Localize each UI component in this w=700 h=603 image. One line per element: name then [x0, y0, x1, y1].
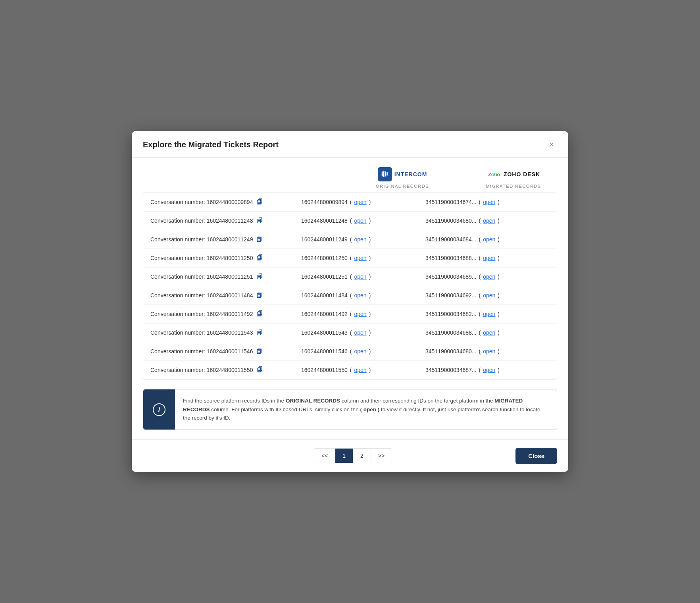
copy-icon[interactable]: 🗐: [257, 348, 263, 355]
original-open-link[interactable]: open: [354, 274, 366, 280]
migrated-open-link[interactable]: open: [483, 255, 495, 261]
table-row: Conversation number: 160244800011546 🗐 1…: [143, 342, 557, 361]
migrated-close-paren: ): [498, 199, 500, 205]
original-id-value: 160244800011492: [301, 311, 348, 317]
row-migrated-id: 345119000034680... (open): [425, 348, 550, 354]
row-migrated-id: 345119000034682... (open): [425, 311, 550, 317]
migrated-open-link[interactable]: open: [483, 292, 495, 299]
original-open-link[interactable]: open: [354, 255, 366, 261]
row-migrated-id: 345119000034674... (open): [425, 199, 550, 205]
migrated-close-paren: ): [498, 292, 500, 299]
row-label: Conversation number: 160244800009894 🗐: [150, 198, 301, 206]
migrated-open-link[interactable]: open: [483, 329, 495, 336]
copy-icon[interactable]: 🗐: [257, 273, 263, 280]
migrated-open-paren: (: [479, 236, 481, 243]
original-open-paren: (: [350, 329, 352, 336]
info-box: i Find the source platform records IDs i…: [143, 389, 557, 430]
row-original-id: 160244800011492 (open): [301, 311, 425, 317]
row-label: Conversation number: 160244800011543 🗐: [150, 329, 301, 336]
original-open-link[interactable]: open: [354, 348, 366, 354]
copy-icon[interactable]: 🗐: [257, 254, 263, 262]
migrated-open-link[interactable]: open: [483, 199, 495, 205]
original-open-paren: (: [350, 367, 352, 373]
row-migrated-id: 345119000034680... (open): [425, 218, 550, 224]
conversation-label: Conversation number: 160244800011492: [150, 311, 253, 317]
row-label: Conversation number: 160244800011484 🗐: [150, 292, 301, 299]
column-headers: INTERCOM ORIGINAL RECORDS Zoho ZOHO DESK: [143, 167, 557, 189]
migrated-open-link[interactable]: open: [483, 218, 495, 224]
original-open-link[interactable]: open: [354, 367, 366, 373]
original-open-link[interactable]: open: [354, 292, 366, 299]
copy-icon[interactable]: 🗐: [257, 292, 263, 299]
migrated-open-link[interactable]: open: [483, 236, 495, 243]
info-text: Find the source platform records IDs in …: [175, 389, 557, 430]
records-table: Conversation number: 160244800009894 🗐 1…: [143, 193, 557, 380]
copy-icon[interactable]: 🗐: [257, 366, 263, 374]
conversation-label: Conversation number: 160244800011248: [150, 218, 253, 224]
prev-page-button[interactable]: <<: [314, 449, 335, 463]
migrated-open-link[interactable]: open: [483, 348, 495, 354]
copy-icon[interactable]: 🗐: [257, 198, 263, 206]
conversation-label: Conversation number: 160244800011546: [150, 348, 253, 354]
original-close-paren: ): [369, 367, 371, 373]
pagination: << 1 2 >>: [314, 448, 392, 463]
row-migrated-id: 345119000034688... (open): [425, 329, 550, 336]
original-open-link[interactable]: open: [354, 236, 366, 243]
conversation-label: Conversation number: 160244800011249: [150, 236, 253, 243]
migrated-id-value: 345119000034680...: [425, 218, 476, 224]
original-id-value: 160244800009894: [301, 199, 348, 205]
page-1-button[interactable]: 1: [335, 449, 353, 463]
next-page-button[interactable]: >>: [371, 449, 392, 463]
migrated-id-value: 345119000034687...: [425, 367, 476, 373]
copy-icon[interactable]: 🗐: [257, 217, 263, 224]
original-open-link[interactable]: open: [354, 329, 366, 336]
table-row: Conversation number: 160244800011249 🗐 1…: [143, 230, 557, 249]
original-open-link[interactable]: open: [354, 311, 366, 317]
original-close-paren: ): [369, 348, 371, 354]
migrated-id-value: 345119000034682...: [425, 311, 476, 317]
row-original-id: 160244800011546 (open): [301, 348, 425, 354]
close-button[interactable]: Close: [515, 448, 557, 464]
copy-icon[interactable]: 🗐: [257, 329, 263, 336]
migrated-id-value: 345119000034680...: [425, 348, 476, 354]
modal-body: INTERCOM ORIGINAL RECORDS Zoho ZOHO DESK: [132, 158, 568, 439]
row-migrated-id: 345119000034688... (open): [425, 255, 550, 261]
copy-icon[interactable]: 🗐: [257, 236, 263, 243]
info-text-after: column. For platforms with ID-based URLs…: [210, 406, 360, 412]
migrated-open-paren: (: [479, 329, 481, 336]
column-header-group: INTERCOM ORIGINAL RECORDS Zoho ZOHO DESK: [363, 167, 553, 189]
row-label: Conversation number: 160244800011546 🗐: [150, 348, 301, 355]
info-original-bold: ORIGINAL RECORDS: [286, 398, 340, 404]
original-close-paren: ): [369, 255, 371, 261]
migrated-open-link[interactable]: open: [483, 367, 495, 373]
conversation-label: Conversation number: 160244800009894: [150, 199, 253, 205]
row-original-id: 160244800011251 (open): [301, 274, 425, 280]
original-close-paren: ): [369, 274, 371, 280]
row-label: Conversation number: 160244800011248 🗐: [150, 217, 301, 224]
intercom-logo: INTERCOM: [378, 167, 427, 181]
original-id-value: 160244800011251: [301, 274, 348, 280]
info-icon: i: [153, 403, 165, 416]
table-row: Conversation number: 160244800011543 🗐 1…: [143, 324, 557, 342]
original-open-link[interactable]: open: [354, 199, 366, 205]
migrated-close-paren: ): [498, 311, 500, 317]
table-row: Conversation number: 160244800011248 🗐 1…: [143, 212, 557, 230]
copy-icon[interactable]: 🗐: [257, 310, 263, 318]
conversation-label: Conversation number: 160244800011251: [150, 274, 253, 280]
original-open-paren: (: [350, 348, 352, 354]
original-close-paren: ): [369, 218, 371, 224]
original-id-value: 160244800011250: [301, 255, 348, 261]
original-open-paren: (: [350, 218, 352, 224]
original-open-link[interactable]: open: [354, 218, 366, 224]
row-migrated-id: 345119000034684... (open): [425, 236, 550, 243]
row-original-id: 160244800011249 (open): [301, 236, 425, 243]
row-label: Conversation number: 160244800011249 🗐: [150, 236, 301, 243]
modal-close-button[interactable]: ×: [546, 139, 557, 150]
migrated-open-link[interactable]: open: [483, 311, 495, 317]
migrated-open-link[interactable]: open: [483, 274, 495, 280]
migrated-close-paren: ): [498, 274, 500, 280]
row-migrated-id: 345119000034689... (open): [425, 274, 550, 280]
page-2-button[interactable]: 2: [353, 449, 371, 463]
migrated-open-paren: (: [479, 348, 481, 354]
original-open-paren: (: [350, 255, 352, 261]
